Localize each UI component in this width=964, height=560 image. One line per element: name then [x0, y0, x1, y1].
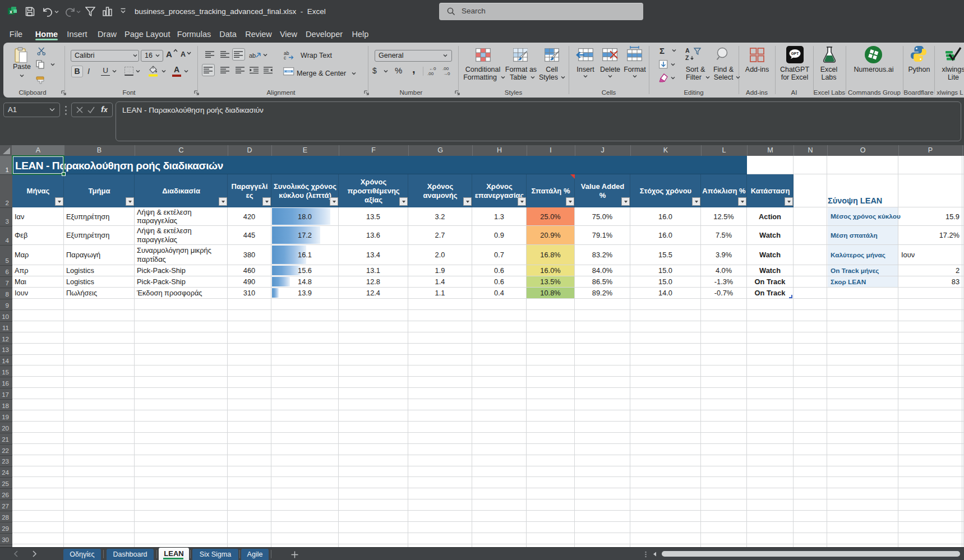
svg-text:→0: →0 — [443, 71, 450, 76]
svg-text:.00: .00 — [427, 71, 434, 76]
svg-text:.00: .00 — [442, 66, 449, 71]
svg-text:x: x — [10, 9, 12, 15]
svg-text:Z: Z — [685, 54, 689, 61]
svg-text:GPT: GPT — [791, 52, 799, 55]
svg-text:A: A — [685, 47, 690, 54]
svg-text:ab: ab — [249, 52, 256, 59]
svg-text:←0: ←0 — [429, 66, 436, 71]
